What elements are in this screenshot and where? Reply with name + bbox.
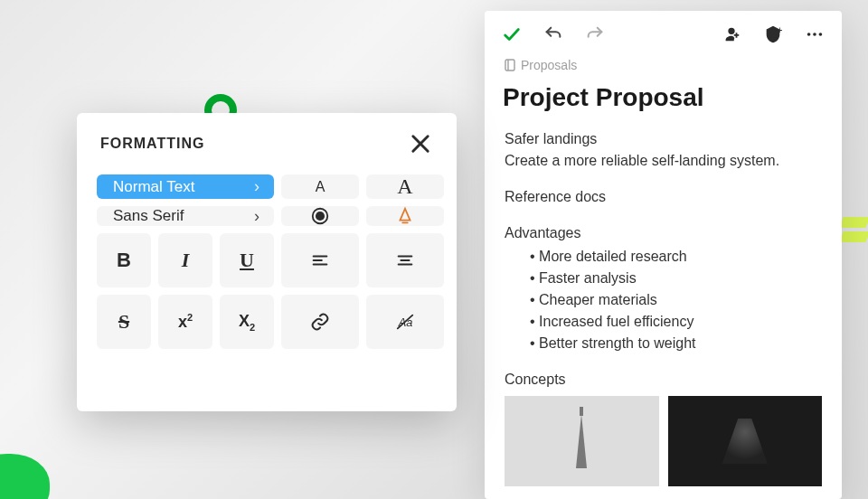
subscript-button[interactable]: X2 xyxy=(220,295,274,349)
breadcrumb-label: Proposals xyxy=(521,58,577,72)
bold-button[interactable]: B xyxy=(97,233,151,287)
svg-point-2 xyxy=(813,33,816,36)
rocket-illustration xyxy=(576,414,587,468)
note-title[interactable]: Project Proposal xyxy=(485,80,842,128)
more-button[interactable] xyxy=(804,24,826,45)
section-heading: Concepts xyxy=(505,369,822,391)
concept-image-engine[interactable] xyxy=(668,396,823,486)
align-left-button[interactable] xyxy=(281,233,359,287)
svg-text:+: + xyxy=(778,25,783,35)
paragraph-style-picker[interactable]: Normal Text › xyxy=(97,174,274,199)
advantages-list: More detailed research Faster analysis C… xyxy=(505,246,822,354)
note-toolbar: + xyxy=(485,11,842,54)
chevron-right-icon: › xyxy=(254,177,259,196)
decorative-blob xyxy=(0,454,50,499)
engine-illustration xyxy=(722,419,768,464)
italic-button[interactable]: I xyxy=(158,233,212,287)
font-size-decrease[interactable]: A xyxy=(281,174,359,199)
align-center-button[interactable] xyxy=(366,233,444,287)
tag-button[interactable]: + xyxy=(762,24,784,45)
list-item: Cheaper materials xyxy=(530,289,822,311)
align-center-icon xyxy=(395,250,415,270)
font-family-picker[interactable]: Sans Serif › xyxy=(97,206,274,226)
strikethrough-button[interactable]: S xyxy=(97,295,151,349)
svg-rect-4 xyxy=(505,60,514,71)
highlighter-icon xyxy=(395,206,415,226)
close-button[interactable] xyxy=(408,131,433,156)
notebook-icon xyxy=(505,59,515,71)
section-body: Create a more reliable self-landing syst… xyxy=(505,150,822,172)
text-color-button[interactable] xyxy=(281,206,359,226)
formatting-title: FORMATTING xyxy=(100,136,204,152)
done-button[interactable] xyxy=(501,24,523,45)
superscript-button[interactable]: x2 xyxy=(158,295,212,349)
font-family-label: Sans Serif xyxy=(113,207,184,225)
note-body[interactable]: Safer landings Create a more reliable se… xyxy=(485,128,842,391)
decorative-zigzag xyxy=(841,217,868,262)
svg-point-1 xyxy=(807,33,811,36)
clear-formatting-button[interactable]: Aa xyxy=(366,295,444,349)
formatting-header: FORMATTING xyxy=(97,131,437,156)
section-heading: Advantages xyxy=(505,222,822,244)
section-heading: Safer landings xyxy=(505,128,822,150)
align-left-icon xyxy=(310,250,330,270)
share-button[interactable] xyxy=(721,24,742,45)
insert-link-button[interactable] xyxy=(281,295,359,349)
list-item: Increased fuel efficiency xyxy=(530,311,822,333)
redo-button[interactable] xyxy=(584,24,606,45)
close-icon xyxy=(408,131,433,156)
list-item: Faster analysis xyxy=(530,268,822,289)
concept-image-rocket[interactable] xyxy=(505,396,659,486)
list-item: Better strength to weight xyxy=(530,333,822,354)
chevron-right-icon: › xyxy=(254,207,259,226)
link-icon xyxy=(310,312,330,332)
undo-button[interactable] xyxy=(542,24,564,45)
font-size-increase[interactable]: A xyxy=(366,174,444,199)
section-heading: Reference docs xyxy=(505,186,822,208)
underline-button[interactable]: U xyxy=(220,233,274,287)
clear-format-icon: Aa xyxy=(395,312,415,332)
note-panel: + Proposals Project Proposal Safer landi… xyxy=(485,11,842,499)
highlight-color-button[interactable] xyxy=(366,206,444,226)
concepts-images xyxy=(485,391,842,486)
list-item: More detailed research xyxy=(530,246,822,268)
breadcrumb[interactable]: Proposals xyxy=(485,54,842,80)
svg-point-9 xyxy=(316,212,325,221)
paragraph-style-label: Normal Text xyxy=(113,178,194,196)
svg-point-3 xyxy=(819,33,823,36)
filled-circle-icon xyxy=(310,206,330,226)
formatting-panel: FORMATTING Normal Text › A A Sans Serif … xyxy=(77,113,457,411)
